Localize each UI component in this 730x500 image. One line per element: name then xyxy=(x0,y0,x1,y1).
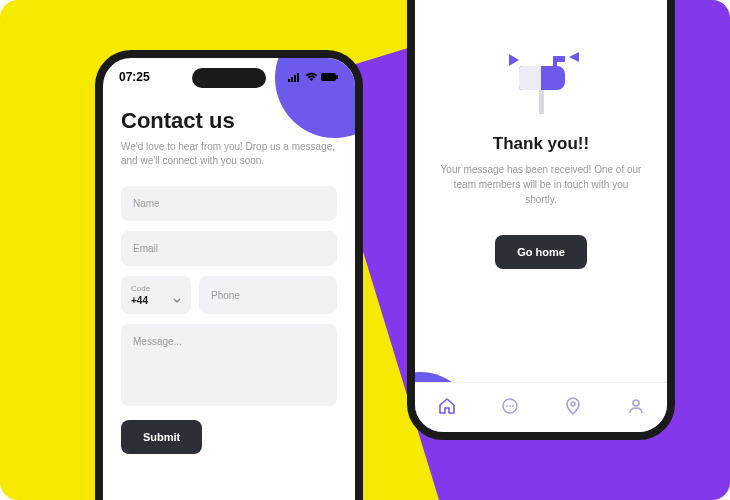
status-time: 07:25 xyxy=(119,70,150,84)
country-code-select[interactable]: Code +44 xyxy=(121,276,191,314)
tab-chat[interactable] xyxy=(500,396,520,420)
tab-home[interactable] xyxy=(437,396,457,420)
svg-rect-0 xyxy=(288,79,290,82)
tab-profile[interactable] xyxy=(626,396,646,420)
location-icon xyxy=(563,396,583,416)
svg-point-7 xyxy=(506,405,508,407)
svg-point-11 xyxy=(633,400,639,406)
status-icons xyxy=(288,72,339,82)
go-home-button[interactable]: Go home xyxy=(495,235,587,269)
svg-rect-3 xyxy=(297,73,299,82)
svg-rect-4 xyxy=(321,73,336,81)
code-value: +44 xyxy=(131,295,148,306)
message-field[interactable]: Message... xyxy=(121,324,337,406)
battery-icon xyxy=(321,72,339,82)
svg-rect-5 xyxy=(336,75,338,79)
thankyou-title: Thank you!! xyxy=(415,134,667,154)
svg-point-8 xyxy=(509,405,511,407)
signal-icon xyxy=(288,72,302,82)
home-icon xyxy=(437,396,457,416)
profile-icon xyxy=(626,396,646,416)
tab-bar xyxy=(415,382,667,432)
svg-point-9 xyxy=(512,405,514,407)
thankyou-subtitle: Your message has been received! One of o… xyxy=(415,162,667,207)
phone-frame-thankyou: Thank you!! Your message has been receiv… xyxy=(407,0,675,440)
svg-point-10 xyxy=(571,402,575,406)
svg-rect-2 xyxy=(294,75,296,82)
thankyou-screen: Thank you!! Your message has been receiv… xyxy=(415,0,667,269)
mailbox-icon xyxy=(501,48,581,118)
svg-rect-1 xyxy=(291,77,293,82)
submit-button[interactable]: Submit xyxy=(121,420,202,454)
name-field[interactable]: Name xyxy=(121,186,337,221)
phone-notch xyxy=(192,68,266,88)
email-field[interactable]: Email xyxy=(121,231,337,266)
chat-icon xyxy=(500,396,520,416)
chevron-down-icon xyxy=(173,298,181,303)
code-label: Code xyxy=(131,284,181,293)
tab-location[interactable] xyxy=(563,396,583,420)
wifi-icon xyxy=(305,72,318,82)
page-subtitle: We'd love to hear from you! Drop us a me… xyxy=(121,140,337,168)
phone-frame-contact: 07:25 Contact us We'd love to hear from … xyxy=(95,50,363,500)
phone-field[interactable]: Phone xyxy=(199,276,337,314)
